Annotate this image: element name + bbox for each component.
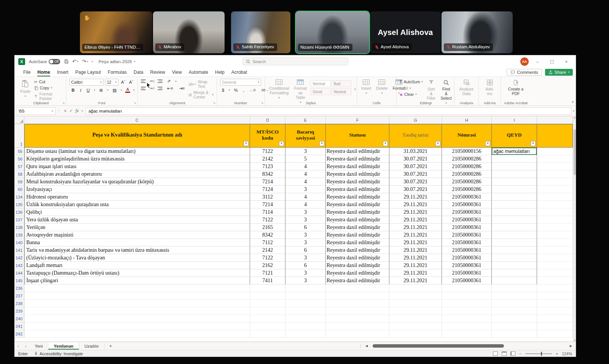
align-right-icon[interactable] (158, 86, 163, 91)
participant-tile-nizami-active-speaker[interactable]: Nizami Hüseynli ƏƏSMN (296, 11, 369, 53)
cell-isco-code[interactable]: 2142 (250, 246, 285, 254)
cell-blank[interactable] (537, 277, 573, 285)
excel-logo-icon[interactable]: X (18, 58, 25, 65)
horizontal-scroll-thumb[interactable] (373, 344, 504, 348)
header-cell-number[interactable]: Nömrəsi▼ (442, 124, 492, 148)
cell-blank[interactable] (537, 178, 573, 186)
column-header-f[interactable]: F (326, 116, 389, 124)
borders-button[interactable]: ⊞ (98, 88, 104, 93)
cell-skill-level[interactable]: 4 (285, 201, 326, 208)
cell-blank[interactable] (442, 292, 492, 300)
row-number[interactable]: 145 (14, 277, 24, 285)
cell-note[interactable] (492, 277, 537, 285)
cell-blank[interactable] (326, 330, 389, 338)
row-number[interactable]: 141 (14, 246, 24, 254)
cell-blank[interactable] (537, 292, 573, 300)
cell-approval-date[interactable]: 31.03.2021 (389, 148, 442, 155)
cell-blank[interactable] (389, 323, 442, 330)
quick-access-menu[interactable]: ▾ (92, 60, 93, 63)
cell-blank[interactable] (24, 323, 250, 330)
cell-profession-name[interactable]: Metal konstruksiyanı hazırlayanlar və qu… (24, 178, 250, 186)
cell-style-good[interactable]: Good (311, 88, 330, 95)
cell-blank[interactable] (389, 292, 442, 300)
cell-blank[interactable] (537, 307, 573, 315)
decrease-font-button[interactable]: Aˇ (128, 80, 134, 84)
number-format-select[interactable]: General▾ (220, 79, 261, 86)
cell-blank[interactable] (442, 323, 492, 330)
sheet-tab-yenilenen-active[interactable]: Yenilənən (48, 343, 79, 350)
currency-format-button[interactable]: $ (221, 88, 225, 92)
row-number[interactable]: 242 (14, 330, 24, 338)
tab-view[interactable]: View (169, 68, 185, 76)
tab-help[interactable]: Help (212, 68, 228, 76)
cell-approval-date[interactable]: 30.07.2021 (389, 155, 442, 163)
cell-isco-code[interactable]: 8342 (250, 231, 285, 239)
addins-button[interactable]: Add-ins (482, 79, 497, 97)
tab-review[interactable]: Review (147, 68, 168, 76)
cell-isco-code[interactable]: 7122 (250, 148, 285, 155)
cell-profession-name[interactable]: Yerə üzlük döşəyən usta (24, 216, 250, 224)
cell-skill-level[interactable]: 3 (285, 216, 326, 224)
styles-gallery-more[interactable]: ⇕ (354, 88, 356, 91)
row-number[interactable]: 237 (14, 292, 24, 300)
cell-skill-level[interactable]: 4 (285, 193, 326, 201)
cell-skill-level[interactable]: 4 (285, 163, 326, 170)
orientation-button[interactable]: ⇗ (166, 79, 172, 84)
row-number[interactable]: 56 (14, 155, 24, 163)
cell-profession-name[interactable]: Quru inşaat işləri ustası (24, 163, 250, 170)
column-header-h[interactable]: H (442, 116, 492, 124)
cell-blank[interactable] (537, 163, 573, 170)
percent-format-button[interactable]: % (233, 88, 239, 92)
font-name-select[interactable]: Calibri▾ (69, 79, 104, 86)
row-number[interactable]: 135 (14, 201, 24, 208)
vertical-scroll-thumb[interactable] (574, 129, 576, 175)
select-all-corner[interactable] (14, 116, 24, 124)
column-header-d[interactable]: D (250, 116, 285, 124)
font-color-button[interactable]: A (125, 87, 130, 93)
formula-input[interactable]: ağac məmulatları (86, 107, 571, 115)
cell-skill-level[interactable]: 3 (285, 208, 326, 216)
namebox-splitter[interactable]: ⋮ (57, 109, 61, 113)
cell-note[interactable] (492, 193, 537, 201)
previous-sheet-arrow[interactable]: ‹ (14, 344, 22, 348)
cell-status[interactable]: Reyestrə daxil edilmişdir (326, 216, 389, 224)
cell-skill-level[interactable]: 5 (285, 155, 326, 163)
align-top-icon[interactable] (141, 79, 146, 84)
clear-button[interactable]: ◈Clear▾ (400, 92, 423, 97)
cell-status[interactable]: Reyestrə daxil edilmişdir (326, 224, 389, 231)
cell-skill-level[interactable]: 3 (285, 231, 326, 239)
font-size-select[interactable]: 12▾ (105, 79, 118, 86)
fill-button[interactable]: ⤓Fill▾ (400, 86, 423, 91)
cell-blank[interactable] (250, 300, 285, 307)
cell-blank[interactable] (537, 148, 573, 155)
scrollbar-splitter[interactable]: ⋮ (359, 344, 363, 348)
cell-style-neutral[interactable]: Neutral (332, 88, 351, 95)
header-cell-name[interactable]: Peşə və Kvalifikasiya Standartının adı▼ (24, 124, 250, 148)
sheet-tab-uzadilir[interactable]: Uzadılır (79, 343, 105, 350)
cell-isco-code[interactable]: 7122 (250, 254, 285, 262)
cell-blank[interactable] (285, 292, 326, 300)
row-number[interactable]: 238 (14, 300, 24, 307)
search-input[interactable]: Search (242, 57, 348, 65)
row-number[interactable]: 136 (14, 208, 24, 216)
increase-decimal-button[interactable]: ←.0 (248, 88, 257, 92)
autosave-control[interactable]: AutoSave Off (29, 59, 60, 64)
cell-blank[interactable] (285, 323, 326, 330)
filter-icon[interactable]: ▼ (531, 141, 536, 146)
zoom-slider[interactable] (525, 353, 552, 354)
participant-tile-elbrus[interactable]: Elbrus Əliyev - FHN TTND… (80, 11, 152, 53)
header-cell-note[interactable]: QEYD▼ (492, 124, 537, 148)
insert-cells-button[interactable]: Insert▾ (360, 79, 372, 95)
fill-color-button[interactable]: ▨ (112, 88, 118, 93)
cell-isco-code[interactable]: 3112 (250, 193, 285, 201)
cell-approval-date[interactable]: 29.11.2021 (389, 269, 442, 277)
cell-blank[interactable] (537, 224, 573, 231)
cell-profession-name[interactable]: Avtoqreyder maşinisti (24, 231, 250, 239)
cell-isco-code[interactable]: 7121 (250, 269, 285, 277)
row-number[interactable]: 140 (14, 239, 24, 246)
header-cell-code[interactable]: MT/İSCO kodu▼ (250, 124, 285, 148)
row-number[interactable]: 144 (14, 269, 24, 277)
cell-blank[interactable] (492, 285, 537, 292)
cell-status[interactable]: Reyestrə daxil edilmişdir (326, 170, 389, 178)
cell-skill-level[interactable]: 6 (285, 262, 326, 269)
